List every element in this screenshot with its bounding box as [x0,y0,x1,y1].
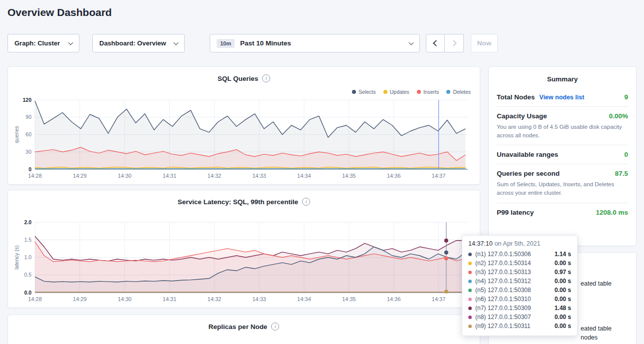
legend-dot-icon [417,90,421,94]
series-dot-icon [468,271,472,274]
summary-description: You are using 0 B of 4.5 GiB usable disk… [497,123,628,139]
summary-row-unavailable-ranges: Unavailable ranges 0 [497,145,628,164]
info-icon[interactable]: i [302,198,310,206]
tooltip-node-label: (n8) 127.0.0.1:50307 [475,314,551,321]
service-latency-card: Service Latency: SQL, 99th percentile i … [7,190,480,308]
legend-item-updates[interactable]: Updates [383,89,409,95]
chart-title: Service Latency: SQL, 99th percentile [178,198,299,206]
summary-label: Total Nodes [497,93,535,101]
card-title-row: SQL Queries i [8,67,480,82]
svg-text:latency (s): latency (s) [13,245,19,269]
event-text-fragment: eated table [581,280,612,287]
tooltip-node-value: 0.00 s [555,314,571,321]
legend-dot-icon [446,90,450,94]
svg-text:14:33: 14:33 [252,296,266,302]
svg-text:30: 30 [25,149,31,155]
legend-label: Updates [390,89,409,95]
legend-item-inserts[interactable]: Inserts [417,89,439,95]
svg-text:14:30: 14:30 [118,296,132,302]
legend-item-deletes[interactable]: Deletes [446,89,471,95]
series-dot-icon [468,298,472,301]
dashboard-dropdown[interactable]: Dashboard: Overview [92,34,185,52]
tooltip-node-value: 0.00 s [555,278,571,285]
info-icon[interactable]: i [262,74,270,82]
summary-panel: Summary Total Nodes View nodes list 9 Ca… [488,66,637,246]
dashboard-dropdown-label: Dashboard: Overview [99,39,166,47]
svg-text:1.0: 1.0 [24,254,31,260]
tooltip-header: 14:37:10on Apr 5th, 2021 [468,240,571,247]
svg-text:90: 90 [25,114,31,120]
tooltip-date: on Apr 5th, 2021 [495,240,541,247]
event-text-fragment: eated table [581,325,612,332]
time-pager [426,34,464,52]
tooltip-node-value: 0.00 s [555,260,571,267]
svg-text:14:37: 14:37 [432,173,446,179]
tooltip-node-value: 0.97 s [555,269,571,276]
tooltip-row: (n1) 127.0.0.1:503061.14 s [468,250,571,259]
svg-text:60: 60 [25,131,31,137]
tooltip-time: 14:37:10 [468,240,493,247]
series-dot-icon [468,325,472,328]
tooltip-row: (n5) 127.0.0.1:503080.00 s [468,286,571,295]
svg-text:14:28: 14:28 [28,173,42,179]
series-dot-icon [468,316,472,319]
tooltip-row: (n3) 127.0.0.1:503130.97 s [468,268,571,277]
tooltip-node-value: 0.00 s [555,296,571,303]
series-dot-icon [468,280,472,283]
summary-label: P99 latency [497,209,534,216]
view-nodes-link[interactable]: View nodes list [539,94,584,101]
series-dot-icon [468,253,472,256]
tooltip-node-label: (n6) 127.0.0.1:50310 [475,296,551,303]
svg-text:14:30: 14:30 [118,173,132,179]
series-dot-icon [468,262,472,265]
card-title-row: Service Latency: SQL, 99th percentile i [8,190,480,206]
svg-text:0.5: 0.5 [24,272,31,278]
event-text-fragment: nodes [581,334,598,341]
svg-text:14:36: 14:36 [387,296,401,302]
svg-text:14:31: 14:31 [163,296,177,302]
toolbar: Graph: Cluster Dashboard: Overview 10m P… [7,34,498,52]
next-range-button[interactable] [445,34,464,52]
service-latency-chart[interactable]: 14:2814:2914:3014:3114:3214:3314:3414:35… [13,218,475,304]
chevron-down-icon [409,40,414,45]
svg-text:14:35: 14:35 [342,173,356,179]
time-range-label: Past 10 Minutes [240,39,291,47]
svg-text:14:29: 14:29 [73,296,87,302]
legend-label: Selects [358,89,375,95]
tooltip-row: (n4) 127.0.0.1:503120.00 s [468,277,571,286]
svg-text:14:29: 14:29 [73,173,87,179]
graph-dropdown-label: Graph: Cluster [14,39,60,47]
tooltip-row: (n2) 127.0.0.1:503140.00 s [468,259,571,268]
tooltip-node-value: 1.48 s [555,305,571,312]
chart-title: SQL Queries [218,75,259,82]
tooltip-node-value: 0.00 s [555,287,571,294]
sql-queries-card: SQL Queries i SelectsUpdatesInsertsDelet… [7,66,480,185]
chart-title: Replicas per Node [209,323,268,331]
metrics-overview-page: Overview Dashboard Graph: Cluster Dashbo… [0,0,644,344]
svg-text:120: 120 [22,97,31,103]
tooltip-row: (n6) 127.0.0.1:503100.00 s [468,295,571,304]
tooltip-rows: (n1) 127.0.0.1:503061.14 s(n2) 127.0.0.1… [468,250,571,331]
graph-dropdown[interactable]: Graph: Cluster [7,34,79,52]
svg-text:14:36: 14:36 [387,173,401,179]
summary-row-qps: Queries per second 87.5 Sum of Selects, … [497,164,628,203]
info-icon[interactable]: i [271,323,279,331]
tooltip-node-label: (n3) 127.0.0.1:50313 [475,269,551,276]
summary-description: Sum of Selects, Updates, Inserts, and De… [497,180,628,197]
summary-label: Unavailable ranges [497,151,558,158]
tooltip-node-label: (n5) 127.0.0.1:50308 [475,287,551,294]
page-title: Overview Dashboard [7,6,112,18]
svg-text:14:37: 14:37 [432,296,446,302]
chevron-left-icon [433,40,439,46]
sql-queries-chart[interactable]: 14:2814:2914:3014:3114:3214:3314:3414:35… [13,96,475,180]
prev-range-button[interactable] [426,34,445,52]
tooltip-row: (n9) 127.0.0.1:503110.00 s [468,322,571,331]
chevron-right-icon [450,40,457,46]
svg-text:14:33: 14:33 [252,173,266,179]
legend-item-selects[interactable]: Selects [352,89,375,95]
tooltip-node-label: (n2) 127.0.0.1:50314 [475,260,551,267]
time-range-selector[interactable]: 10m Past 10 Minutes [210,34,420,52]
legend-label: Deletes [453,89,471,95]
svg-text:0.0: 0.0 [24,290,31,296]
now-button[interactable]: Now [471,34,498,52]
